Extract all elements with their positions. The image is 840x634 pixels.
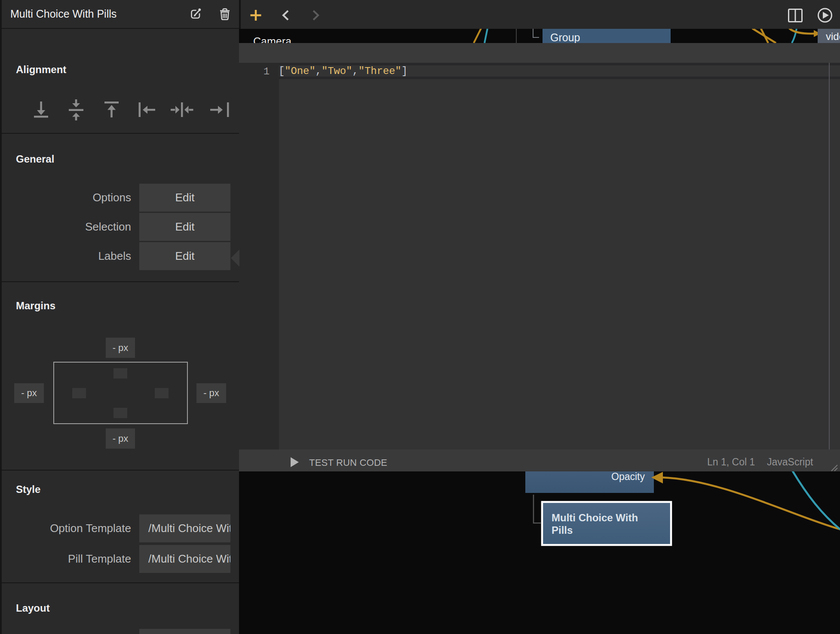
svg-text:Pills: Pills [552,524,573,536]
svg-text:Opacity: Opacity [611,471,645,482]
svg-text:Group: Group [550,31,580,43]
svg-text:Multi Choice With: Multi Choice With [552,512,638,523]
svg-text:video: video [826,31,840,42]
